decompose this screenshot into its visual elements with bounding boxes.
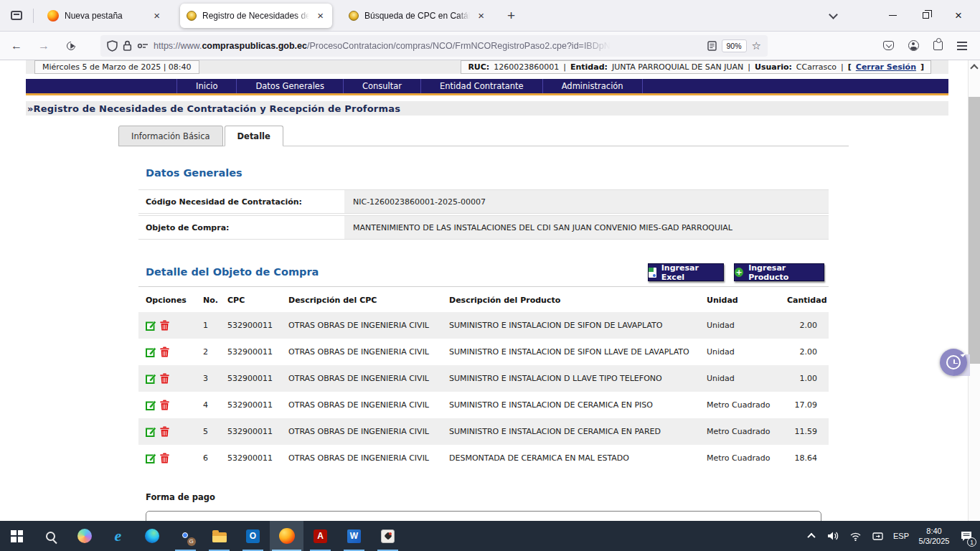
browser-toolbar: ← → https://www.compraspublicas.gob.ec/P… (0, 32, 980, 60)
tab-close-icon[interactable]: × (476, 9, 486, 22)
taskbar-search-button[interactable] (34, 521, 67, 551)
tab-detalle[interactable]: Detalle (225, 126, 283, 146)
language-indicator[interactable]: ESP (889, 532, 913, 540)
url-bar[interactable]: https://www.compraspublicas.gob.ec/Proce… (100, 35, 768, 57)
edit-icon[interactable] (146, 400, 156, 410)
detail-table-header: Opciones No. CPC Descripción del CPC Des… (138, 291, 829, 312)
tray-overflow-button[interactable] (800, 521, 822, 551)
col-cpc: CPC (227, 291, 288, 312)
row-cpc-code: 532900011 (227, 365, 288, 392)
shield-icon[interactable] (107, 40, 118, 52)
col-unidad: Unidad (707, 291, 787, 312)
taskbar-clock[interactable]: 8:40 5/3/2025 (913, 526, 955, 547)
taskbar-chrome[interactable]: G (169, 521, 202, 551)
row-product-description: SUMINISTRO E INSTALACION D LLAVE TIPO TE… (449, 365, 707, 392)
start-button[interactable] (0, 521, 34, 551)
edit-icon[interactable] (146, 453, 156, 463)
nav-item-entidad-contratante[interactable]: Entidad Contratante (421, 79, 543, 93)
new-tab-button[interactable]: + (500, 6, 522, 25)
taskbar-file-explorer[interactable] (202, 521, 236, 551)
detail-heading: Detalle del Objeto de Compra (146, 266, 319, 278)
restore-button[interactable] (914, 5, 937, 27)
page-scrollbar[interactable] (968, 60, 980, 521)
trash-icon[interactable] (160, 453, 169, 463)
browser-tab-new[interactable]: Nueva pestaña × (41, 4, 169, 28)
taskbar-word[interactable]: W (337, 521, 371, 551)
nav-item-consultar[interactable]: Consultar (344, 79, 421, 93)
trash-icon[interactable] (160, 373, 169, 384)
forward-button[interactable]: → (33, 35, 55, 57)
ingresar-excel-button[interactable]: Ingresar Excel (648, 263, 724, 281)
edit-icon[interactable] (146, 347, 156, 357)
row-options-cell (138, 339, 199, 365)
lock-icon[interactable] (123, 40, 132, 51)
tray-volume[interactable] (822, 521, 844, 551)
taskbar-acrobat[interactable]: A (303, 521, 337, 551)
extensions-icon[interactable] (933, 41, 943, 50)
payment-textarea[interactable] (146, 511, 821, 521)
taskbar-copilot[interactable] (67, 521, 101, 551)
nav-item-administracion[interactable]: Administración (543, 79, 643, 93)
logout-link[interactable]: Cerrar Sesión (856, 62, 916, 72)
user-label: Usuario: (755, 62, 792, 72)
floating-timer-widget[interactable] (940, 349, 967, 376)
taskbar-firefox[interactable] (270, 521, 303, 551)
row-cpc-description: OTRAS OBRAS DE INGENIERIA CIVIL (288, 392, 449, 418)
tray-connect-display[interactable] (867, 521, 889, 551)
row-quantity: 2.00 (787, 339, 829, 365)
scrollbar-thumb[interactable] (969, 97, 980, 364)
list-all-tabs-button[interactable] (822, 6, 844, 26)
menu-icon[interactable] (957, 45, 967, 47)
taskbar-internet-explorer[interactable]: e (101, 521, 135, 551)
scroll-up-arrow[interactable] (970, 64, 978, 72)
account-icon[interactable] (908, 40, 919, 51)
plus-icon: + (735, 268, 743, 277)
page-content: Miércoles 5 de Marzo de 2025 | 08:40 RUC… (0, 60, 980, 521)
notification-center-button[interactable]: 1 (955, 521, 977, 551)
detail-table-body: 1 532900011 OTRAS OBRAS DE INGENIERIA CI… (138, 312, 829, 471)
firefox-view-button[interactable] (4, 5, 29, 27)
edit-icon[interactable] (146, 426, 156, 437)
zoom-level-indicator[interactable]: 90% (722, 39, 747, 52)
tab-informacion-basica[interactable]: Información Básica (118, 126, 223, 146)
edit-icon[interactable] (146, 320, 156, 331)
row-number: 3 (199, 365, 227, 392)
notification-count-badge: 1 (967, 537, 976, 547)
nav-item-inicio[interactable]: Inicio (176, 79, 237, 93)
tray-network[interactable] (844, 521, 867, 551)
row-cpc-description: OTRAS OBRAS DE INGENIERIA CIVIL (288, 312, 449, 339)
edit-icon[interactable] (146, 373, 156, 384)
trash-icon[interactable] (160, 426, 169, 437)
pocket-icon[interactable] (883, 41, 894, 50)
trash-icon[interactable] (160, 400, 169, 410)
minimize-button[interactable] (881, 5, 904, 27)
separator: | (748, 62, 750, 72)
reader-mode-icon[interactable] (707, 41, 717, 51)
clock-icon (946, 355, 961, 369)
browser-tab-busqueda[interactable]: Búsqueda de CPC en Catálogo I × (342, 4, 493, 28)
edge-icon (145, 529, 159, 543)
screen: Nueva pestaña × Registro de Necesidades … (0, 0, 980, 551)
tab-close-icon[interactable]: × (315, 9, 326, 22)
taskbar-java-app[interactable] (371, 521, 405, 551)
table-row: 4 532900011 OTRAS OBRAS DE INGENIERIA CI… (138, 392, 829, 418)
url-text[interactable]: https://www.compraspublicas.gob.ec/Proce… (154, 41, 702, 51)
tab-close-icon[interactable]: × (151, 9, 162, 22)
browser-tab-registro[interactable]: Registro de Necesidades de Co × (180, 4, 332, 28)
trash-icon[interactable] (160, 347, 169, 357)
ingresar-producto-button[interactable]: + Ingresar Producto (734, 263, 824, 281)
chevron-down-icon (829, 10, 838, 19)
bookmark-star-icon[interactable]: ☆ (752, 39, 761, 52)
row-quantity: 1.00 (787, 365, 829, 392)
word-icon: W (347, 529, 361, 543)
taskbar-outlook[interactable]: O (236, 521, 270, 551)
close-window-button[interactable]: × (947, 5, 970, 27)
permissions-icon[interactable] (137, 42, 149, 50)
trash-icon[interactable] (160, 320, 169, 331)
nav-item-datos-generales[interactable]: Datos Generales (237, 79, 343, 93)
taskbar-edge[interactable] (135, 521, 169, 551)
session-box: RUC: 1260023860001 | Entidad: JUNTA PARR… (461, 60, 931, 74)
reload-button[interactable] (60, 35, 82, 57)
back-button[interactable]: ← (6, 35, 27, 57)
speaker-icon (827, 531, 839, 541)
